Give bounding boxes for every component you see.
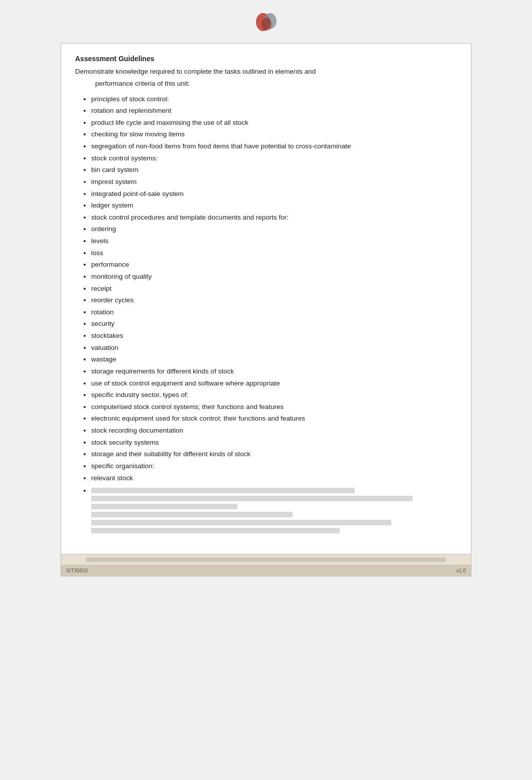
- list-item: stocktakes: [91, 330, 457, 342]
- bottom-footer-bar: SIT30816 v1.0: [61, 565, 471, 576]
- assessment-title: Assessment Guidelines: [75, 55, 457, 63]
- page-header: [0, 10, 532, 34]
- redacted-line-6: [91, 528, 340, 533]
- footer-right-text: v1.0: [456, 568, 466, 573]
- list-item: loss: [91, 247, 457, 259]
- list-item: integrated point-of-sale system: [91, 188, 457, 200]
- list-item: stock recording documentation: [91, 425, 457, 437]
- footer-left-text: SIT30816: [66, 568, 88, 573]
- list-item: wastage: [91, 353, 457, 365]
- list-item: bin card system: [91, 164, 457, 176]
- logo-icon: [252, 10, 280, 34]
- list-item: electronic equipment used for stock cont…: [91, 413, 457, 425]
- list-item: monitoring of quality: [91, 271, 457, 283]
- list-item: principles of stock control:: [91, 93, 457, 105]
- list-item: product life cycle and maximising the us…: [91, 117, 457, 129]
- redacted-block: [91, 485, 457, 538]
- list-item: stock security systems: [91, 437, 457, 449]
- list-item: ledger system: [91, 200, 457, 212]
- list-item: checking for slow moving items: [91, 128, 457, 140]
- svg-point-2: [261, 18, 272, 31]
- redacted-line-2: [91, 496, 413, 501]
- redacted-line-1: [91, 488, 355, 493]
- list-item: specific industry sector, types of:: [91, 389, 457, 401]
- footer-bar: [61, 554, 471, 565]
- redacted-bullet-section: [75, 485, 457, 538]
- footer-redacted-line: [86, 557, 446, 562]
- list-item: storage and their suitability for differ…: [91, 448, 457, 460]
- redacted-line-3: [91, 504, 237, 509]
- redacted-bullet-item: [91, 485, 457, 538]
- redacted-line-4: [91, 512, 293, 517]
- list-item: relevant stock: [91, 472, 457, 484]
- list-item: receipt: [91, 283, 457, 295]
- redacted-line-5: [91, 520, 391, 525]
- list-item: segregation of non-food items from food …: [91, 140, 457, 152]
- list-item: levels: [91, 235, 457, 247]
- list-item: performance: [91, 259, 457, 271]
- list-item: security: [91, 318, 457, 330]
- main-card: Assessment Guidelines Demonstrate knowle…: [61, 43, 471, 554]
- bullet-list: principles of stock control:rotation and…: [75, 93, 457, 484]
- list-item: use of stock control equipment and softw…: [91, 377, 457, 389]
- list-item: imprest system: [91, 176, 457, 188]
- list-item: ordering: [91, 223, 457, 235]
- list-item: stock control systems:: [91, 152, 457, 164]
- list-item: valuation: [91, 342, 457, 354]
- list-item: computerised stock control systems; thei…: [91, 401, 457, 413]
- intro-text: Demonstrate knowledge required to comple…: [75, 67, 457, 77]
- list-item: specific organisation:: [91, 460, 457, 472]
- list-item: rotation: [91, 306, 457, 318]
- intro-indent: performance criteria of this unit:: [75, 79, 457, 89]
- list-item: stock control procedures and template do…: [91, 212, 457, 224]
- list-item: storage requirements for different kinds…: [91, 365, 457, 377]
- list-item: rotation and replenishment: [91, 105, 457, 117]
- list-item: reorder cycles: [91, 294, 457, 306]
